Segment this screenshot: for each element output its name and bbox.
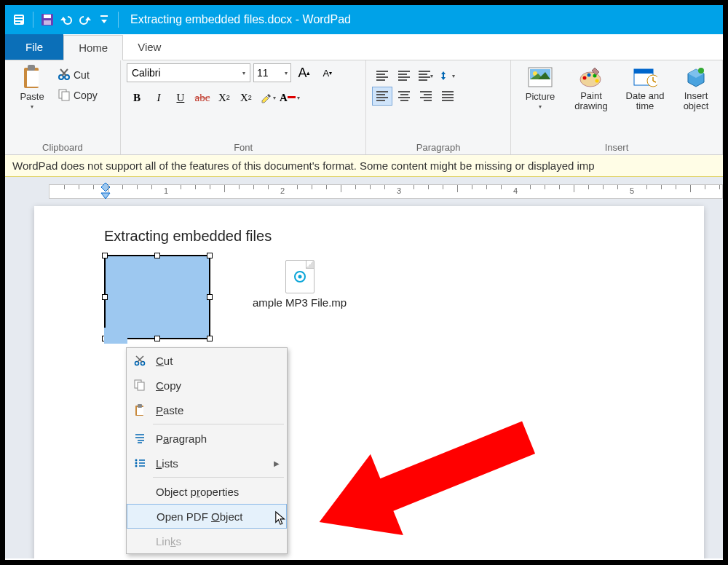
tab-file[interactable]: File — [5, 34, 63, 60]
indent-marker-icon[interactable] — [100, 183, 111, 202]
svg-rect-7 — [100, 15, 108, 17]
underline-button[interactable]: U — [170, 88, 191, 107]
resize-handle[interactable] — [207, 294, 213, 300]
bullets-button[interactable]: ▾ — [416, 66, 436, 85]
cut-button[interactable]: Cut — [58, 66, 98, 84]
align-right-button[interactable] — [416, 87, 436, 106]
object-icon — [684, 65, 708, 90]
scissors-icon — [132, 353, 147, 368]
group-paragraph: ▾ ▾ Paragraph — [366, 60, 511, 154]
font-color-button[interactable]: A▾ — [280, 88, 300, 107]
scissors-icon — [58, 68, 71, 83]
context-menu: Cut Copy Paste Paragraph Lists ▶ Object … — [126, 347, 288, 554]
copy-button[interactable]: Copy — [58, 87, 98, 104]
subscript-button[interactable]: X2 — [214, 88, 234, 107]
outdent-button[interactable] — [372, 66, 392, 85]
svg-marker-37 — [101, 193, 110, 199]
picture-button[interactable]: Picture▾ — [517, 63, 563, 110]
line-spacing-button[interactable]: ▾ — [438, 66, 458, 85]
svg-point-27 — [596, 79, 599, 83]
font-size-select[interactable]: 11▾ — [253, 63, 291, 82]
qat-dropdown-icon[interactable] — [96, 12, 112, 28]
svg-marker-36 — [101, 183, 110, 191]
group-font: Calibri▾ 11▾ A▴ A▾ B I U abc X2 X2 ▾ — [121, 60, 367, 154]
calendar-clock-icon — [633, 65, 657, 90]
app-window: Extracting embedded files.docx - WordPad… — [4, 4, 724, 561]
separator — [153, 424, 284, 424]
svg-point-55 — [135, 465, 138, 467]
ctx-paragraph[interactable]: Paragraph — [127, 426, 287, 451]
embedded-pdf-object[interactable] — [104, 255, 210, 339]
ctx-object-properties[interactable]: Object properties — [127, 479, 287, 504]
ctx-paste[interactable]: Paste — [127, 398, 287, 422]
svg-rect-48 — [138, 404, 142, 408]
paste-icon — [20, 65, 44, 90]
svg-rect-17 — [62, 92, 69, 100]
shrink-font-button[interactable]: A▾ — [317, 63, 338, 82]
align-left-button[interactable] — [372, 87, 392, 106]
svg-point-25 — [587, 74, 591, 77]
italic-button[interactable]: I — [149, 88, 169, 107]
svg-point-39 — [298, 275, 301, 279]
group-label-font: Font — [127, 141, 360, 153]
resize-handle[interactable] — [154, 253, 160, 258]
ctx-open-pdf-object[interactable]: Open PDF Object — [127, 504, 287, 529]
group-label-clipboard: Clipboard — [11, 141, 114, 153]
insert-object-button[interactable]: Insert object — [676, 63, 716, 112]
svg-rect-10 — [27, 71, 39, 87]
svg-point-35 — [698, 68, 704, 74]
paint-drawing-button[interactable]: Paint drawing — [568, 63, 614, 112]
svg-point-30 — [647, 75, 657, 87]
group-label-paragraph: Paragraph — [372, 141, 505, 153]
selection-highlight — [104, 328, 127, 344]
save-icon[interactable] — [39, 12, 55, 28]
strike-button[interactable]: abc — [192, 88, 213, 107]
svg-rect-45 — [138, 382, 144, 390]
svg-rect-11 — [28, 65, 35, 71]
tab-view[interactable]: View — [123, 34, 175, 60]
highlight-button[interactable]: ▾ — [258, 88, 278, 107]
window-title: Extracting embedded files.docx - WordPad — [130, 13, 351, 26]
svg-point-24 — [583, 76, 587, 80]
palette-icon — [579, 65, 604, 90]
superscript-button[interactable]: X2 — [236, 88, 256, 107]
undo-icon[interactable] — [58, 12, 74, 28]
resize-handle[interactable] — [207, 253, 213, 258]
embedded-mp3-object[interactable]: ample MP3 File.mp — [253, 260, 347, 309]
date-time-button[interactable]: Date and time — [619, 63, 671, 112]
ctx-cut[interactable]: Cut — [127, 348, 287, 373]
resize-handle[interactable] — [154, 336, 160, 341]
document-area: 12345 Extracting embedded files — [5, 177, 723, 558]
svg-marker-8 — [101, 20, 107, 23]
align-justify-button[interactable] — [438, 87, 458, 106]
svg-rect-2 — [15, 19, 23, 20]
svg-rect-6 — [44, 20, 51, 25]
picture-icon — [528, 65, 553, 90]
list-icon — [132, 456, 147, 470]
group-insert: Picture▾ Paint drawing Date and time Ins… — [511, 60, 723, 154]
copy-icon — [58, 88, 71, 103]
ruler[interactable]: 12345 — [49, 184, 723, 199]
grow-font-button[interactable]: A▴ — [294, 63, 314, 82]
paste-button[interactable]: Paste ▾ — [11, 63, 53, 110]
tab-home[interactable]: Home — [63, 35, 123, 60]
ctx-copy[interactable]: Copy — [127, 373, 287, 398]
ctx-lists[interactable]: Lists ▶ — [127, 451, 287, 475]
bold-button[interactable]: B — [127, 88, 147, 107]
resize-handle[interactable] — [207, 336, 213, 341]
font-name-select[interactable]: Calibri▾ — [127, 63, 250, 82]
file-icon — [285, 260, 314, 293]
redo-icon[interactable] — [77, 12, 93, 28]
align-center-button[interactable] — [394, 87, 414, 106]
resize-handle[interactable] — [102, 253, 108, 258]
paragraph-icon — [132, 431, 147, 446]
compat-warning: WordPad does not support all of the feat… — [5, 155, 723, 177]
indent-button[interactable] — [394, 66, 414, 85]
group-clipboard: Paste ▾ Cut Copy — [5, 60, 121, 154]
ribbon: Paste ▾ Cut Copy — [5, 60, 723, 155]
paste-label: Paste — [20, 91, 44, 102]
resize-handle[interactable] — [102, 294, 108, 300]
ribbon-tabs: File Home View — [5, 34, 723, 60]
chevron-down-icon: ▾ — [31, 103, 33, 110]
svg-rect-3 — [15, 22, 20, 23]
